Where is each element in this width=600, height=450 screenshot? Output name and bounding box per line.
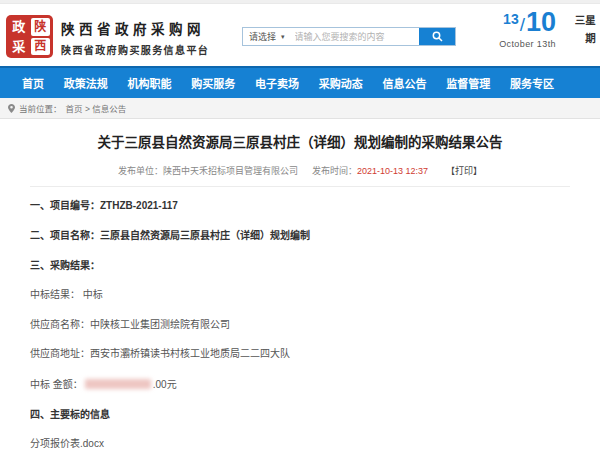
section-project-name: 二、项目名称：三原县自然资源局三原县村庄（详细）规划编制 xyxy=(30,226,570,246)
search-bar: 请选择 ▾ xyxy=(242,27,456,46)
logo-char: 陕 xyxy=(31,18,51,36)
publisher-label: 发布单位： xyxy=(118,166,163,176)
date-separator: / xyxy=(520,14,525,35)
section-subject-heading: 四、主要标的信息 xyxy=(30,405,570,425)
publish-time-label: 发布时间： xyxy=(312,166,357,176)
location-pin-icon xyxy=(8,104,15,113)
attachment-link[interactable]: 分项报价表.docx xyxy=(30,434,570,450)
article-body: 一、项目编号：ZTHZB-2021-117 二、项目名称：三原县自然资源局三原县… xyxy=(30,197,570,450)
nav-item-home[interactable]: 首页 xyxy=(22,75,44,91)
date-day: 13 xyxy=(503,11,519,27)
search-icon xyxy=(432,31,443,42)
nav-item-policies[interactable]: 政策法规 xyxy=(64,75,108,91)
nav-item-functions[interactable]: 机构职能 xyxy=(128,75,172,91)
bid-amount-label: 中标 金额： xyxy=(30,379,83,390)
publisher-value: 陕西中天禾招标项目管理有限公司 xyxy=(163,166,298,176)
breadcrumb-label: 当前位置： xyxy=(19,102,62,114)
site-header: 政 陕 采 西 陕西省政府采购网 陕西省政府购买服务信息平台 请选择 ▾ 13/… xyxy=(0,4,600,66)
breadcrumb: 当前位置： 首页 > 信息公告 xyxy=(0,98,600,119)
site-logo: 政 陕 采 西 xyxy=(6,15,53,58)
site-subtitle: 陕西省政府购买服务信息平台 xyxy=(61,42,209,57)
publish-info: 发布单位：陕西中天禾招标项目管理有限公司发布时间：2021-10-13 12:3… xyxy=(30,164,570,177)
main-nav: 首页 政策法规 机构职能 购买服务 电子卖场 采购动态 信息公告 监督管理 服务… xyxy=(0,66,600,98)
publish-time-value: 2021-10-13 12:37 xyxy=(357,166,428,176)
redacted-amount xyxy=(85,379,151,389)
nav-item-announcements[interactable]: 信息公告 xyxy=(383,75,427,91)
search-select-label: 请选择 xyxy=(249,30,276,43)
search-category-select[interactable]: 请选择 ▾ xyxy=(243,28,291,45)
weekday-label: 星期三 xyxy=(574,15,595,66)
bid-result: 中标结果： 中标 xyxy=(30,285,570,305)
logo-char: 政 xyxy=(9,18,29,36)
article: 关于三原县自然资源局三原县村庄（详细）规划编制的采购结果公告 发布单位：陕西中天… xyxy=(0,134,600,450)
date-english: October 13th xyxy=(499,39,556,49)
nav-item-services[interactable]: 服务专区 xyxy=(510,75,554,91)
print-button[interactable]: 【打印】 xyxy=(446,166,482,176)
article-title: 关于三原县自然资源局三原县村庄（详细）规划编制的采购结果公告 xyxy=(30,134,570,152)
site-title: 陕西省政府采购网 xyxy=(61,18,209,38)
date-month: 10 xyxy=(526,7,556,37)
chevron-down-icon: ▾ xyxy=(281,33,285,41)
search-input[interactable] xyxy=(291,28,419,45)
date-display: 13/10 October 13th xyxy=(499,9,556,49)
logo-char: 西 xyxy=(31,38,51,56)
divider xyxy=(30,186,570,187)
nav-item-emall[interactable]: 电子卖场 xyxy=(255,75,299,91)
search-button[interactable] xyxy=(419,28,455,45)
section-project-number: 一、项目编号：ZTHZB-2021-117 xyxy=(30,197,570,217)
logo-char: 采 xyxy=(9,38,29,56)
breadcrumb-path[interactable]: 首页 > 信息公告 xyxy=(66,102,127,114)
bid-amount: 中标 金额：.00元 xyxy=(30,374,570,395)
nav-item-purchase[interactable]: 购买服务 xyxy=(191,75,235,91)
bid-amount-suffix: .00元 xyxy=(153,379,177,390)
site-titles: 陕西省政府采购网 陕西省政府购买服务信息平台 xyxy=(61,18,209,57)
supplier-address: 供应商地址：西安市灞桥镇读书村核工业地质局二二四大队 xyxy=(30,345,570,365)
nav-item-news[interactable]: 采购动态 xyxy=(319,75,363,91)
supplier-name: 供应商名称：中陕核工业集团测绘院有限公司 xyxy=(30,315,570,335)
nav-item-supervision[interactable]: 监督管理 xyxy=(446,75,490,91)
section-result-heading: 三、采购结果： xyxy=(30,256,570,276)
date-numeric: 13/10 xyxy=(499,9,556,36)
